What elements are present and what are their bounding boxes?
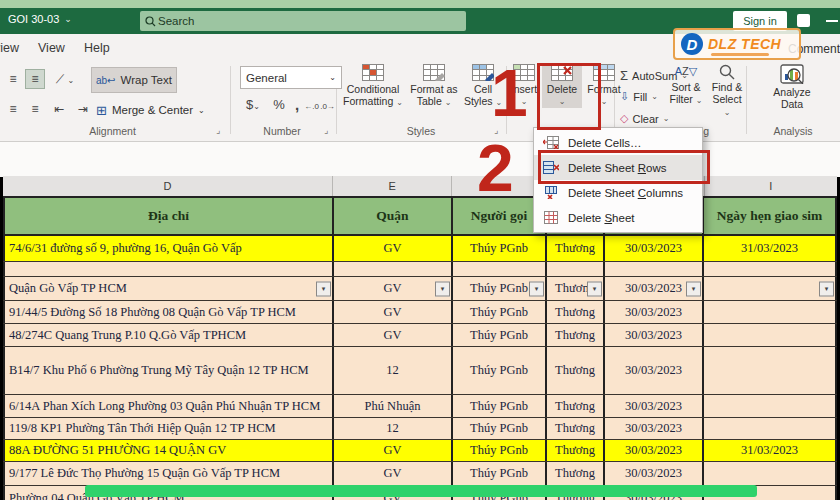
filter-button[interactable]: ▾ xyxy=(819,281,834,296)
cell[interactable]: 88A ĐƯỜNG 51 PHƯỜNG 14 QUẬN GV xyxy=(3,440,334,461)
cell[interactable]: Thúy PGnb xyxy=(453,440,547,461)
tab-review[interactable]: view xyxy=(0,41,19,55)
percent-style-button[interactable]: % xyxy=(270,96,288,114)
cell[interactable]: 12 xyxy=(334,418,453,439)
cell[interactable]: 31/03/2023 xyxy=(704,236,837,261)
cell[interactable]: ▾ xyxy=(704,277,837,300)
cell[interactable]: GV xyxy=(334,301,453,323)
cell[interactable]: Thương xyxy=(547,462,605,485)
sort-filter-button[interactable]: AZ▽ Sort & Filter ⌄ xyxy=(664,64,708,107)
cell[interactable]: 91/44/5 Đường Số 18 Phường 08 Quận Gò Vấ… xyxy=(3,301,334,323)
wrap-text-button[interactable]: ab↩ Wrap Text xyxy=(92,68,176,92)
cell[interactable]: Thương▾ xyxy=(547,277,605,300)
cell[interactable]: Thúy PGnb▾ xyxy=(453,277,547,300)
cell[interactable]: Thúy PGnb xyxy=(453,462,547,485)
cell[interactable]: 30/03/2023 xyxy=(605,418,704,439)
decrease-indent-button[interactable]: ⇤ xyxy=(50,100,68,118)
cell[interactable]: GV xyxy=(334,324,453,346)
accounting-format-button[interactable]: $⌄ xyxy=(240,96,266,114)
number-dialog-launcher[interactable]: ⌟ xyxy=(324,125,328,135)
header-ngay-hen[interactable]: Ngày hẹn giao sim xyxy=(704,198,837,234)
cell[interactable]: Phú Nhuận xyxy=(334,395,453,417)
cell[interactable]: Quận Gò Vấp TP HCM▾ xyxy=(3,277,334,300)
cell[interactable] xyxy=(3,262,334,276)
cell[interactable]: B14/7 Khu Phố 6 Phường Trung Mỹ Tây Quận… xyxy=(3,347,334,394)
cell[interactable]: 30/03/2023 xyxy=(605,301,704,323)
cell[interactable]: 119/8 KP1 Phường Tân Thới Hiệp Quận 12 T… xyxy=(3,418,334,439)
format-as-table-button[interactable]: Format as Table ⌄ xyxy=(408,64,460,109)
cell[interactable]: Thúy PGnb xyxy=(453,324,547,346)
cell[interactable]: Thương xyxy=(547,395,605,417)
cell[interactable]: Thương xyxy=(547,324,605,346)
filter-button[interactable]: ▾ xyxy=(686,281,701,296)
cell[interactable]: GV xyxy=(334,462,453,485)
increase-decimal-button[interactable]: ←.0 xyxy=(304,98,319,116)
search-input[interactable]: Search xyxy=(140,11,466,31)
cell[interactable]: 30/03/2023 xyxy=(605,440,704,461)
header-quan[interactable]: Quận xyxy=(334,198,453,234)
filter-button[interactable]: ▾ xyxy=(529,281,544,296)
cell[interactable]: Thúy PGnb xyxy=(453,418,547,439)
cell[interactable]: 31/03/2023 xyxy=(704,440,837,461)
cell[interactable]: 30/03/2023 xyxy=(605,395,704,417)
clear-button[interactable]: ◇ Clear ⌄ xyxy=(620,112,669,125)
filter-button[interactable]: ▾ xyxy=(435,281,450,296)
column-letter-d[interactable]: D xyxy=(3,176,333,196)
analyze-data-button[interactable]: Analyze Data xyxy=(762,64,822,110)
tab-help[interactable]: Help xyxy=(84,41,110,55)
cell[interactable]: GV xyxy=(334,236,453,261)
cell[interactable]: 74/6/31 đường số 9, phường 16, Quận Gò V… xyxy=(3,236,334,261)
cell[interactable] xyxy=(453,262,547,276)
menu-item-delete-sheet[interactable]: Delete Sheet xyxy=(534,205,702,230)
alignment-dialog-launcher[interactable]: ⌟ xyxy=(216,125,220,135)
header-dia-chi[interactable]: Địa chỉ xyxy=(3,198,334,234)
cell[interactable]: Thương xyxy=(547,347,605,394)
cell[interactable]: 9/177 Lê Đức Thọ Phường 15 Quận Gò Vấp T… xyxy=(3,462,334,485)
decrease-decimal-button[interactable]: .0→ xyxy=(320,98,335,116)
filter-button[interactable]: ▾ xyxy=(587,281,602,296)
cell[interactable]: GV▾ xyxy=(334,277,453,300)
cell[interactable]: Thương xyxy=(547,236,605,261)
cell[interactable]: Thương xyxy=(547,418,605,439)
cell[interactable]: Thúy PGnb xyxy=(453,236,547,261)
cell[interactable]: Thúy PGnb xyxy=(453,395,547,417)
cell[interactable]: 6/14A Phan Xích Long Phường 03 Quận Phú … xyxy=(3,395,334,417)
find-select-button[interactable]: Find & Select ⌄ xyxy=(708,64,746,119)
align-right-button[interactable]: ≡ xyxy=(26,100,44,118)
align-middle-button[interactable]: ≡ xyxy=(26,70,44,88)
column-letter-i[interactable]: I xyxy=(705,176,837,196)
column-letter-e[interactable]: E xyxy=(333,176,452,196)
align-top-button[interactable]: ≡ xyxy=(4,70,22,88)
cell[interactable]: 30/03/2023▾ xyxy=(605,277,704,300)
cell[interactable] xyxy=(704,462,837,485)
cell[interactable] xyxy=(704,347,837,394)
cell[interactable]: Thương xyxy=(547,301,605,323)
increase-indent-button[interactable]: ⇥ xyxy=(74,100,92,118)
tab-view[interactable]: View xyxy=(38,41,65,55)
conditional-formatting-button[interactable]: Conditional Formatting ⌄ xyxy=(340,64,406,109)
cell[interactable] xyxy=(547,262,605,276)
fill-button[interactable]: ⇩ Fill ⌄ xyxy=(620,90,658,103)
cell[interactable]: Thúy PGnb xyxy=(453,347,547,394)
cell[interactable]: 48/274C Quang Trung P.10 Q.Gò Vấp TPHCM xyxy=(3,324,334,346)
cell[interactable]: Thúy PGnb xyxy=(453,301,547,323)
cell[interactable] xyxy=(704,324,837,346)
window-control-icon[interactable] xyxy=(797,14,810,27)
orientation-button[interactable]: ⟋ ⌄ xyxy=(50,70,80,88)
cell[interactable] xyxy=(704,301,837,323)
filter-button[interactable]: ▾ xyxy=(316,281,331,296)
cell[interactable] xyxy=(334,262,453,276)
cell[interactable]: 30/03/2023 xyxy=(605,347,704,394)
cell[interactable] xyxy=(704,262,837,276)
minimize-icon[interactable] xyxy=(826,20,838,22)
number-format-select[interactable]: General ⌄ xyxy=(240,66,342,89)
merge-center-button[interactable]: ⊞ Merge & Center ⌄ xyxy=(92,98,209,122)
cell[interactable] xyxy=(704,418,837,439)
workbook-title[interactable]: GOI 30-03 ⌄ xyxy=(8,13,72,25)
cell[interactable]: 12 xyxy=(334,347,453,394)
cell[interactable]: Thương xyxy=(547,440,605,461)
cell[interactable] xyxy=(605,262,704,276)
cell[interactable]: 30/03/2023 xyxy=(605,236,704,261)
cell[interactable]: 30/03/2023 xyxy=(605,462,704,485)
cell[interactable] xyxy=(704,395,837,417)
